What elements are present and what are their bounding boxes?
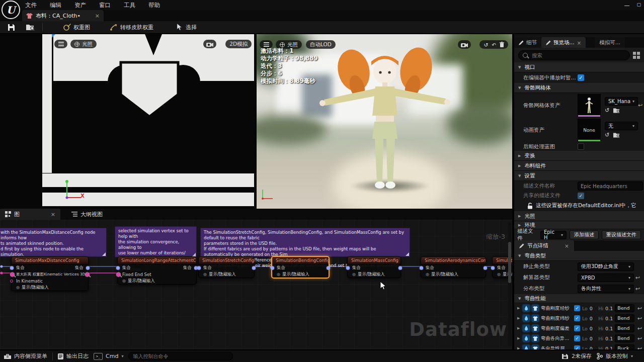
camera-options-button[interactable]: [203, 40, 216, 48]
close-icon[interactable]: ×: [577, 40, 582, 46]
section-skeletal-mesh[interactable]: ▼骨骼网格体: [514, 83, 644, 93]
show-hide-inputs[interactable]: ◎显示/隐藏输入: [118, 278, 196, 284]
show-hide-inputs[interactable]: ◎显示/隐藏输入: [272, 271, 329, 278]
pin-collection-in[interactable]: [116, 266, 120, 269]
section-lighting[interactable]: ▶光照: [514, 211, 644, 221]
pin-in-kinematic[interactable]: [10, 280, 13, 283]
weightmap-name-field[interactable]: Bend: [615, 314, 634, 322]
undo-icon[interactable]: ↺: [484, 42, 488, 48]
minimize-button[interactable]: —: [624, 2, 629, 9]
override-checkbox[interactable]: ✓: [574, 325, 580, 331]
tab-outline-view[interactable]: 大纲视图: [66, 209, 108, 220]
pin-collection-in[interactable]: [271, 266, 274, 269]
browse-to-asset-icon[interactable]: [613, 108, 620, 113]
menu-tools[interactable]: 工具: [124, 2, 135, 9]
save-button[interactable]: [4, 23, 19, 32]
show-hide-inputs[interactable]: ◎显示/隐藏输入: [12, 284, 88, 291]
close-icon[interactable]: ×: [565, 243, 569, 249]
rest-angle-type-dropdown[interactable]: 使用3D静止角度▾: [578, 262, 634, 271]
weightmap-name-field[interactable]: Bend: [615, 324, 634, 332]
use-selected-icon[interactable]: ↺: [605, 107, 609, 114]
pin-collection-out[interactable]: [327, 266, 330, 269]
reset-to-default-icon[interactable]: ↩: [637, 305, 642, 312]
trash-icon[interactable]: [500, 42, 504, 47]
expander-icon[interactable]: ▶: [517, 306, 521, 310]
section-cloth-component[interactable]: ▶布料组件: [514, 161, 644, 171]
add-profile-button[interactable]: 添加描述: [570, 230, 599, 239]
use-selected-icon[interactable]: ↺: [605, 132, 609, 138]
expander-icon[interactable]: ▶: [517, 316, 521, 320]
version-control-button[interactable]: 版本控制 ▾: [597, 352, 633, 360]
weight-map-button[interactable]: 权重图: [60, 23, 94, 32]
preview-3d-viewport[interactable]: 光照 自动LOD ↺ ↶ 激活布料：1 动力学粒子：98,889 迭代：3 分步…: [257, 34, 512, 209]
redo-icon[interactable]: ↶: [492, 42, 496, 48]
content-drawer-button[interactable]: 内容侧滑菜单: [4, 352, 47, 360]
output-log-button[interactable]: 输出日志: [58, 352, 89, 360]
profile-name-input[interactable]: [578, 182, 643, 191]
pin-collection-out[interactable]: [398, 266, 402, 269]
close-icon[interactable]: ×: [51, 211, 55, 218]
pattern-2d-viewport[interactable]: X 光照 2D模拟: [0, 34, 256, 209]
show-hide-inputs[interactable]: ◎显示/隐藏输入: [421, 271, 486, 278]
search-input-box[interactable]: [518, 50, 630, 60]
comment-box[interactable]: The SimulationStretchConfig, SimulationB…: [200, 228, 410, 257]
lit-mode-button[interactable]: 光照: [70, 40, 97, 48]
section-bending-properties[interactable]: ▼弯曲性能: [514, 294, 644, 303]
tab-graph[interactable]: 图 ×: [0, 209, 60, 220]
menu-help[interactable]: 帮助: [148, 2, 160, 9]
expander-icon[interactable]: ▶: [517, 326, 521, 330]
node-simulation-aerodynamics-config[interactable]: SimulationAerodynamicsConfig 集合 ◎显示/隐藏输入: [421, 256, 486, 278]
section-settings[interactable]: ▼设置: [514, 171, 644, 181]
browse-asset-button[interactable]: [23, 23, 38, 32]
browse-to-asset-icon[interactable]: [613, 132, 620, 138]
solver-type-dropdown[interactable]: XPBD▾: [578, 274, 634, 282]
animation-asset-thumbnail[interactable]: None: [578, 119, 601, 142]
section-viewport[interactable]: ▼视口: [514, 62, 644, 72]
skeletal-mesh-dropdown[interactable]: SK_Hana▾: [605, 97, 638, 106]
tab-preview-scene[interactable]: 预览场... ×: [541, 37, 586, 48]
menu-file[interactable]: 文件: [25, 2, 37, 9]
transfer-skin-weights-button[interactable]: 转移皮肤权重: [107, 23, 157, 32]
unsaved-button[interactable]: 2未保存: [562, 352, 592, 360]
comment-box[interactable]: selected simulation vertex set to help w…: [115, 226, 197, 257]
reset-to-default-icon[interactable]: ↩: [638, 102, 642, 109]
pin-collection-in[interactable]: [197, 266, 201, 269]
reset-to-default-icon[interactable]: ↩: [635, 275, 640, 281]
weightmap-name-field[interactable]: Bend: [615, 334, 634, 342]
override-checkbox[interactable]: ✓: [574, 315, 580, 321]
override-checkbox[interactable]: ✓: [574, 305, 580, 311]
maximize-button[interactable]: ▢: [636, 2, 641, 9]
console-command-input[interactable]: [128, 352, 233, 360]
sim-2d-toggle[interactable]: 2D模拟: [225, 40, 252, 48]
search-input[interactable]: [531, 52, 625, 59]
pin-collection-out[interactable]: [252, 266, 256, 269]
node-simulation-max-distance-config[interactable]: SimulationMaxDistanceConfig 集合集合 最大距离 权重…: [11, 256, 89, 291]
show-hide-inputs[interactable]: ◎显示/隐藏输入: [199, 271, 254, 278]
pause-checkbox[interactable]: ✓: [578, 74, 584, 81]
tab-node-details[interactable]: 节点详情 ×: [514, 240, 574, 251]
section-transform[interactable]: ▶变换: [514, 151, 644, 161]
pin-fixed-end-set-in[interactable]: [116, 272, 121, 277]
distribution-type-dropdown[interactable]: 各向异性▾: [578, 285, 634, 293]
animation-asset-dropdown[interactable]: 无▾: [605, 122, 638, 130]
pin-collection-in[interactable]: [491, 266, 495, 269]
shared-profile-checkbox[interactable]: ✓: [578, 193, 584, 199]
profile-dropdown[interactable]: Epic H▾: [540, 231, 567, 239]
menu-edit[interactable]: 编辑: [50, 2, 61, 9]
reset-to-default-icon[interactable]: ↩: [637, 335, 642, 342]
expander-icon[interactable]: ▶: [517, 336, 521, 340]
pin-max-distance-in[interactable]: [10, 272, 15, 277]
reset-profile-button[interactable]: 重设描述文件: [602, 230, 641, 239]
section-bending-type[interactable]: ▼弯曲类型: [514, 251, 644, 261]
node-simulation-bending-config[interactable]: SimulationBendingConfig 集合 ◎显示/隐藏输入: [271, 256, 330, 279]
tab-simulation-vis[interactable]: 模拟可...: [595, 37, 625, 48]
reset-to-default-icon[interactable]: ↩: [637, 325, 642, 332]
skeletal-mesh-thumbnail[interactable]: [578, 94, 601, 117]
tab-cloth-asset[interactable]: 布料：CA_Cloth• ×: [22, 10, 104, 21]
override-checkbox[interactable]: ✓: [574, 335, 580, 341]
select-button[interactable]: 选择: [173, 23, 200, 32]
view-options-icon[interactable]: [633, 52, 640, 59]
menu-window[interactable]: 窗口: [99, 2, 111, 9]
pin-collection-in[interactable]: [10, 266, 14, 269]
camera-options-button[interactable]: [458, 40, 471, 49]
